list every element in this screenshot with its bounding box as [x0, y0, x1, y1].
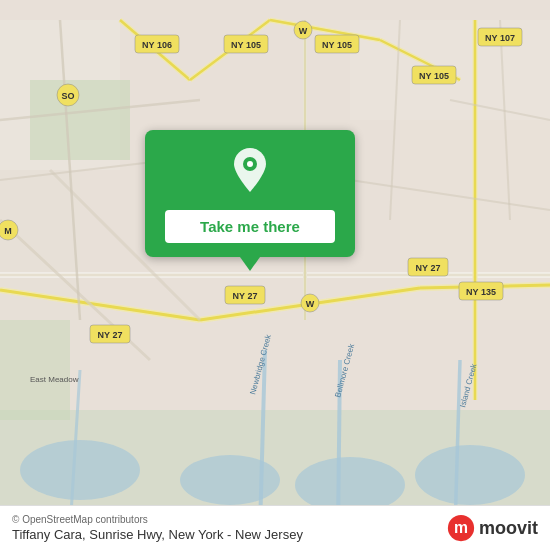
map-svg: NY 106 NY 105 NY 105 NY 105 NY 107 NY 27… — [0, 0, 550, 550]
svg-text:East Meadow: East Meadow — [30, 375, 79, 384]
bottom-bar: © OpenStreetMap contributors Tiffany Car… — [0, 505, 550, 550]
svg-text:m: m — [454, 519, 468, 536]
svg-text:NY 106: NY 106 — [142, 40, 172, 50]
svg-text:W: W — [299, 26, 308, 36]
moovit-brand-text: moovit — [479, 518, 538, 539]
take-me-there-popup: Take me there — [145, 130, 355, 257]
moovit-logo: m moovit — [447, 514, 538, 542]
popup-tail — [240, 257, 260, 271]
take-me-there-button[interactable]: Take me there — [165, 210, 335, 243]
svg-text:NY 105: NY 105 — [231, 40, 261, 50]
copyright-text: © OpenStreetMap contributors — [12, 514, 303, 525]
svg-text:M: M — [4, 226, 12, 236]
svg-text:W: W — [306, 299, 315, 309]
svg-text:NY 27: NY 27 — [416, 263, 441, 273]
svg-text:NY 107: NY 107 — [485, 33, 515, 43]
svg-point-77 — [247, 161, 253, 167]
svg-text:NY 135: NY 135 — [466, 287, 496, 297]
svg-text:NY 105: NY 105 — [322, 40, 352, 50]
map-container: NY 106 NY 105 NY 105 NY 105 NY 107 NY 27… — [0, 0, 550, 550]
svg-text:NY 27: NY 27 — [98, 330, 123, 340]
bottom-left-info: © OpenStreetMap contributors Tiffany Car… — [12, 514, 303, 542]
svg-point-2 — [20, 440, 140, 500]
svg-point-5 — [415, 445, 525, 505]
svg-rect-10 — [30, 80, 130, 160]
location-pin-icon — [230, 146, 270, 198]
svg-text:NY 27: NY 27 — [233, 291, 258, 301]
svg-point-3 — [180, 455, 280, 505]
svg-text:NY 105: NY 105 — [419, 71, 449, 81]
svg-rect-11 — [0, 320, 70, 420]
svg-text:SO: SO — [61, 91, 74, 101]
location-text: Tiffany Cara, Sunrise Hwy, New York - Ne… — [12, 527, 303, 542]
moovit-icon-svg: m — [447, 514, 475, 542]
